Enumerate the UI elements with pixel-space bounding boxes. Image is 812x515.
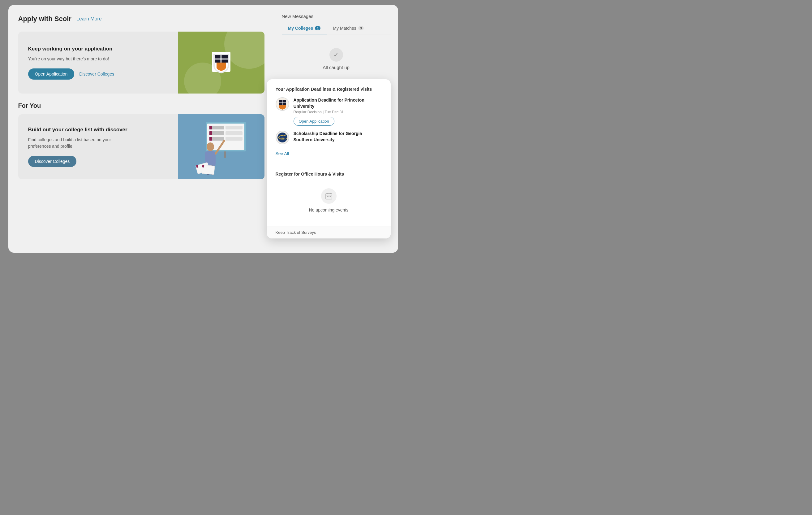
no-events-text: No upcoming events <box>309 208 349 212</box>
popup-card: Your Application Deadlines & Registered … <box>267 79 391 239</box>
svg-rect-26 <box>279 102 286 103</box>
application-card: Keep working on your application You're … <box>18 32 264 93</box>
svg-rect-14 <box>226 137 242 141</box>
for-you-title: For You <box>18 102 264 109</box>
princeton-logo <box>276 97 289 111</box>
discover-card-desc: Find colleges and build a list based on … <box>28 137 115 150</box>
princeton-deadline-name: Application Deadline for Princeton Unive… <box>294 97 382 109</box>
bottom-bar-text: Keep Track of Surveys <box>276 230 316 235</box>
svg-rect-13 <box>209 137 212 141</box>
tabs: My Colleges 1 My Matches 3 <box>282 23 391 34</box>
see-all-link[interactable]: See All <box>276 151 289 156</box>
bottom-bar: Keep Track of Surveys <box>267 226 391 239</box>
svg-rect-7 <box>209 126 212 130</box>
svg-point-28 <box>280 137 285 140</box>
svg-rect-3 <box>215 58 228 60</box>
messages-section: New Messages My Colleges 1 My Matches 3 <box>274 13 398 39</box>
caught-up-section: ✓ All caught up <box>274 39 398 79</box>
discover-card-image <box>178 114 264 179</box>
deadlines-section: Your Application Deadlines & Registered … <box>267 79 391 164</box>
tab-my-colleges[interactable]: My Colleges 1 <box>282 23 327 34</box>
svg-rect-10 <box>209 131 212 135</box>
application-card-content: Keep working on your application You're … <box>18 32 178 93</box>
deadline-item-georgia: Scholarship Deadline for Georgia Souther… <box>276 131 382 144</box>
svg-rect-35 <box>330 196 331 197</box>
application-card-desc: You're on your way but there's more to d… <box>28 56 115 62</box>
learn-more-link[interactable]: Learn More <box>77 16 102 22</box>
application-card-title: Keep working on your application <box>28 46 168 52</box>
discover-colleges-button[interactable]: Discover Colleges <box>28 156 77 167</box>
georgia-deadline-info: Scholarship Deadline for Georgia Souther… <box>294 131 382 143</box>
app-header: Apply with Scoir Learn More <box>18 15 264 23</box>
tab-my-colleges-label: My Colleges <box>288 26 313 31</box>
georgia-deadline-name: Scholarship Deadline for Georgia Souther… <box>294 131 382 143</box>
application-card-actions: Open Application Discover Colleges <box>28 69 168 80</box>
application-card-image <box>178 32 264 93</box>
discover-colleges-link[interactable]: Discover Colleges <box>79 72 114 77</box>
georgia-southern-logo-icon <box>277 132 288 143</box>
princeton-deadline-sub: Regular Decision | Tue Dec 31 <box>294 110 382 114</box>
tab-my-matches-badge: 3 <box>358 26 364 30</box>
georgia-southern-logo <box>276 131 289 144</box>
no-events: No upcoming events <box>276 182 382 219</box>
open-application-popup-button[interactable]: Open Application <box>294 117 335 126</box>
app-title: Apply with Scoir <box>18 15 71 23</box>
princeton-deadline-info: Application Deadline for Princeton Unive… <box>294 97 382 126</box>
check-icon: ✓ <box>329 48 343 62</box>
svg-rect-33 <box>327 196 328 197</box>
deadlines-title: Your Application Deadlines & Registered … <box>276 87 382 92</box>
tab-my-matches-label: My Matches <box>333 26 356 31</box>
discover-card: Build out your college list with discove… <box>18 114 264 179</box>
main-container: Apply with Scoir Learn More Keep working… <box>8 5 398 253</box>
discover-illustration-icon <box>187 116 255 178</box>
calendar-svg-icon <box>325 192 332 200</box>
tab-my-matches[interactable]: My Matches 3 <box>327 23 370 34</box>
discover-card-title: Build out your college list with discove… <box>28 127 168 133</box>
svg-rect-34 <box>328 196 329 197</box>
princeton-shield-small-icon <box>277 99 288 110</box>
calendar-icon <box>321 188 337 204</box>
open-application-button[interactable]: Open Application <box>28 69 75 80</box>
svg-rect-15 <box>224 152 226 158</box>
svg-rect-24 <box>202 165 204 167</box>
deadline-item-princeton: Application Deadline for Princeton Unive… <box>276 97 382 126</box>
svg-rect-11 <box>226 131 242 135</box>
svg-rect-8 <box>226 126 242 130</box>
tab-my-colleges-badge: 1 <box>315 26 320 30</box>
office-hours-title: Register for Office Hours & Visits <box>276 171 382 177</box>
office-hours-section: Register for Office Hours & Visits No up… <box>267 164 391 226</box>
discover-card-actions: Discover Colleges <box>28 156 168 167</box>
messages-title: New Messages <box>282 13 391 19</box>
caught-up-text: All caught up <box>323 65 350 70</box>
svg-point-16 <box>207 142 214 151</box>
discover-card-content: Build out your college list with discove… <box>18 114 178 179</box>
princeton-shield-icon <box>210 50 232 75</box>
left-panel: Apply with Scoir Learn More Keep working… <box>8 5 274 253</box>
